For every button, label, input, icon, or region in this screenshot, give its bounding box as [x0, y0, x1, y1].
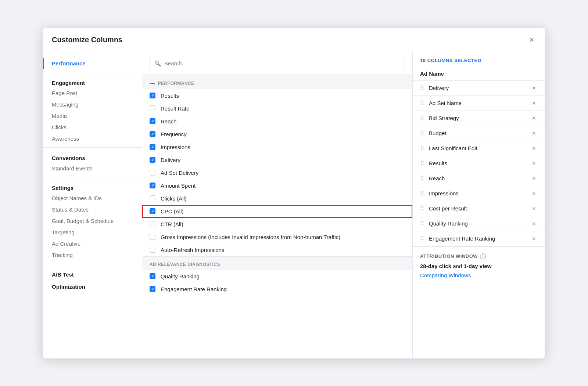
- main-content: 🔍 — PERFORMANCE Results Resul: [142, 51, 413, 358]
- sidebar-item-media[interactable]: Media: [43, 110, 142, 122]
- drag-handle-bid-strategy[interactable]: ⠿: [420, 115, 424, 122]
- drag-handle-last-significant-edit[interactable]: ⠿: [420, 145, 424, 152]
- remove-budget-button[interactable]: ✕: [530, 130, 538, 137]
- attribution-title: ATTRIBUTION WINDOW i: [420, 253, 538, 259]
- checkbox-gross-impressions[interactable]: [150, 234, 155, 240]
- close-button[interactable]: ×: [527, 35, 536, 46]
- sidebar-item-goal-budget[interactable]: Goal, Budget & Schedule: [43, 215, 142, 227]
- remove-results-button[interactable]: ✕: [530, 160, 538, 167]
- sidebar-item-ad-creative[interactable]: Ad Creative: [43, 238, 142, 249]
- checkbox-frequency[interactable]: [150, 131, 155, 137]
- remove-last-significant-edit-button[interactable]: ✕: [530, 145, 538, 152]
- collapse-icon[interactable]: —: [150, 80, 155, 86]
- checklist-item-impressions[interactable]: Impressions: [142, 141, 412, 154]
- remove-ad-set-name-button[interactable]: ✕: [530, 100, 538, 107]
- checklist-item-ctr-all[interactable]: CTR (All): [142, 218, 412, 231]
- checklist-item-auto-refresh[interactable]: Auto-Refresh Impressions: [142, 243, 412, 256]
- checklist-item-cpc-all[interactable]: CPC (All): [142, 205, 412, 218]
- modal-title: Customize Columns: [52, 36, 122, 44]
- selected-col-ad-name: Ad Name: [413, 67, 545, 81]
- checkbox-delivery[interactable]: [150, 157, 155, 163]
- checklist-item-quality-ranking[interactable]: Quality Ranking: [142, 270, 412, 283]
- attribution-section: ATTRIBUTION WINDOW i 28-day click and 1-…: [413, 246, 545, 282]
- drag-handle-results[interactable]: ⠿: [420, 160, 424, 167]
- checklist-section-performance: — PERFORMANCE: [142, 75, 412, 89]
- selected-col-budget: ⠿ Budget ✕: [413, 126, 545, 141]
- columns-count: 19 COLUMNS SELECTED: [413, 51, 545, 67]
- checkbox-engagement-rate-ranking[interactable]: [150, 286, 155, 292]
- checkbox-quality-ranking[interactable]: [150, 273, 155, 279]
- sidebar-item-clicks[interactable]: Clicks: [43, 122, 142, 133]
- sidebar-item-messaging[interactable]: Messaging: [43, 99, 142, 110]
- sidebar-item-targeting[interactable]: Targeting: [43, 227, 142, 238]
- modal-header: Customize Columns ×: [43, 28, 545, 51]
- drag-handle-budget[interactable]: ⠿: [420, 130, 424, 137]
- search-bar: 🔍: [150, 57, 405, 70]
- checklist-item-amount-spent[interactable]: Amount Spent: [142, 179, 412, 192]
- checklist-item-engagement-rate-ranking[interactable]: Engagement Rate Ranking: [142, 283, 412, 296]
- remove-engagement-rate-ranking-button[interactable]: ✕: [530, 235, 538, 242]
- checkbox-clicks-all[interactable]: [150, 195, 155, 201]
- checkbox-cpc-all[interactable]: [150, 208, 155, 214]
- checklist-item-gross-impressions[interactable]: Gross Impressions (Includes Invalid Impr…: [142, 231, 412, 243]
- search-bar-wrap: 🔍: [142, 51, 412, 75]
- checkbox-auto-refresh[interactable]: [150, 247, 155, 253]
- remove-cost-per-result-button[interactable]: ✕: [530, 205, 538, 212]
- drag-handle-impressions[interactable]: ⠿: [420, 190, 424, 197]
- sidebar-item-performance[interactable]: Performance: [43, 58, 142, 69]
- sidebar-section-conversions: Conversions: [43, 151, 142, 163]
- selected-col-quality-ranking: ⠿ Quality Ranking ✕: [413, 216, 545, 231]
- checklist: — PERFORMANCE Results Result Rate Reach: [142, 75, 412, 358]
- selected-col-last-significant-edit: ⠿ Last Significant Edit ✕: [413, 141, 545, 156]
- sidebar-item-standard-events[interactable]: Standard Events: [43, 163, 142, 174]
- checklist-item-delivery[interactable]: Delivery: [142, 154, 412, 166]
- drag-handle-delivery[interactable]: ⠿: [420, 84, 424, 91]
- drag-handle-quality-ranking[interactable]: ⠿: [420, 220, 424, 227]
- checklist-item-frequency[interactable]: Frequency: [142, 128, 412, 141]
- drag-handle-ad-set-name[interactable]: ⠿: [420, 100, 424, 107]
- checkbox-reach[interactable]: [150, 118, 155, 124]
- sidebar-section-engagement: Engagement: [43, 75, 142, 87]
- sidebar-item-status-dates[interactable]: Status & Dates: [43, 204, 142, 215]
- checkbox-result-rate[interactable]: [150, 105, 155, 111]
- selected-col-ad-set-name: ⠿ Ad Set Name ✕: [413, 96, 545, 111]
- checkbox-ctr-all[interactable]: [150, 221, 155, 227]
- right-panel: 19 COLUMNS SELECTED Ad Name ⠿ Delivery ✕…: [413, 51, 545, 358]
- remove-quality-ranking-button[interactable]: ✕: [530, 220, 538, 227]
- checkbox-ad-set-delivery[interactable]: [150, 170, 155, 176]
- drag-handle-reach[interactable]: ⠿: [420, 175, 424, 182]
- drag-handle-cost-per-result[interactable]: ⠿: [420, 205, 424, 212]
- search-input[interactable]: [164, 60, 400, 66]
- checklist-item-ad-set-delivery[interactable]: Ad Set Delivery: [142, 166, 412, 179]
- sidebar-item-object-names[interactable]: Object Names & IDs: [43, 192, 142, 204]
- selected-col-impressions: ⠿ Impressions ✕: [413, 186, 545, 201]
- info-icon[interactable]: i: [480, 253, 486, 259]
- selected-col-cost-per-result: ⠿ Cost per Result ✕: [413, 201, 545, 216]
- checkbox-results[interactable]: [150, 93, 155, 98]
- attribution-value: 28-day click and 1-day view: [420, 263, 538, 269]
- sidebar: Performance Engagement Page Post Messagi…: [43, 51, 142, 358]
- remove-delivery-button[interactable]: ✕: [530, 84, 538, 92]
- drag-handle-engagement-rate-ranking[interactable]: ⠿: [420, 235, 424, 242]
- sidebar-item-page-post[interactable]: Page Post: [43, 87, 142, 99]
- checklist-item-reach[interactable]: Reach: [142, 115, 412, 128]
- checkbox-impressions[interactable]: [150, 144, 155, 150]
- remove-bid-strategy-button[interactable]: ✕: [530, 115, 538, 122]
- checkbox-amount-spent[interactable]: [150, 183, 155, 188]
- checklist-item-clicks-all[interactable]: Clicks (All): [142, 192, 412, 205]
- sidebar-item-awareness[interactable]: Awareness: [43, 133, 142, 144]
- sidebar-section-optimization: Optimization: [43, 279, 142, 291]
- checklist-section-ad-relevance: AD RELEVANCE DIAGNOSTICS: [142, 256, 412, 270]
- checklist-item-result-rate[interactable]: Result Rate: [142, 102, 412, 115]
- comparing-windows-link[interactable]: Comparing Windows: [420, 272, 538, 278]
- search-icon: 🔍: [154, 60, 161, 67]
- selected-col-delivery: ⠿ Delivery ✕: [413, 81, 545, 96]
- selected-col-results: ⠿ Results ✕: [413, 156, 545, 171]
- sidebar-item-tracking[interactable]: Tracking: [43, 249, 142, 261]
- customize-columns-modal: Customize Columns × Performance Engageme…: [43, 28, 545, 358]
- modal-body: Performance Engagement Page Post Messagi…: [43, 51, 545, 358]
- selected-col-reach: ⠿ Reach ✕: [413, 171, 545, 186]
- remove-reach-button[interactable]: ✕: [530, 175, 538, 182]
- checklist-item-results[interactable]: Results: [142, 89, 412, 102]
- remove-impressions-button[interactable]: ✕: [530, 190, 538, 197]
